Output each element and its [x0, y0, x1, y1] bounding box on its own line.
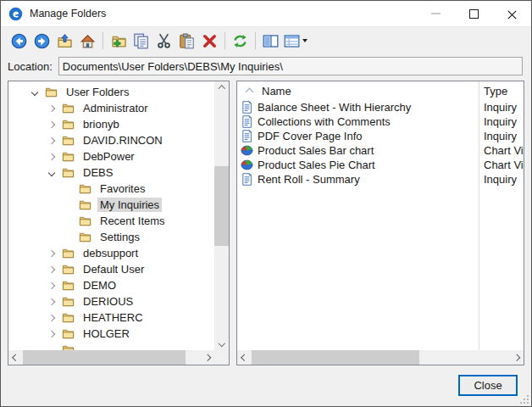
scroll-thumb[interactable]	[214, 166, 229, 246]
tree-item-debsupport[interactable]: debsupport	[8, 245, 214, 261]
tree-item-label: DERIOUS	[80, 294, 136, 309]
home-button[interactable]	[77, 31, 98, 52]
chevron-right-icon[interactable]	[49, 299, 62, 304]
chevron-right-icon	[204, 354, 211, 361]
chevron-up-icon	[219, 86, 225, 92]
tree-item-user-folders[interactable]: User Folders	[8, 84, 214, 100]
folder-icon	[79, 182, 93, 195]
chevron-right-icon[interactable]	[49, 332, 62, 337]
details-view-icon	[284, 33, 300, 49]
copy-button[interactable]	[130, 31, 152, 52]
folder-icon	[79, 231, 93, 243]
scroll-right-button[interactable]	[509, 350, 524, 365]
scroll-thumb[interactable]	[23, 350, 186, 365]
forward-button[interactable]	[31, 31, 53, 52]
tree-item-heatherc[interactable]: HEATHERC	[8, 309, 214, 326]
cut-button[interactable]	[153, 31, 175, 52]
tree-item[interactable]	[8, 342, 214, 350]
app-icon	[8, 7, 23, 21]
document-type: Chart Vis	[479, 159, 524, 171]
scroll-right-button[interactable]	[200, 350, 214, 365]
tree-item-debpower[interactable]: DebPower	[8, 148, 214, 164]
tree-item-label: Favorites	[97, 181, 147, 196]
list-row-collections-with-comments[interactable]: Collections with CommentsInquiry	[237, 114, 524, 129]
window-controls	[417, 1, 531, 26]
scroll-left-button[interactable]	[237, 350, 252, 365]
list-row-pdf-cover-page-info[interactable]: PDF Cover Page InfoInquiry	[237, 129, 524, 143]
resize-grip[interactable]	[520, 395, 529, 404]
new-folder-button[interactable]	[108, 31, 129, 52]
chevron-right-icon[interactable]	[49, 138, 62, 143]
chevron-right-icon[interactable]	[49, 267, 62, 272]
tree-vertical-scrollbar[interactable]	[214, 81, 229, 350]
tree-item-derious[interactable]: DERIOUS	[8, 293, 214, 309]
minimize-icon	[431, 13, 441, 14]
close-button[interactable]: Close	[458, 375, 518, 396]
list-row-balance-sheet-with-hierarchy[interactable]: Balance Sheet - With HierarchyInquiry	[237, 100, 524, 114]
close-button[interactable]	[493, 1, 531, 26]
tree-item-brionyb[interactable]: brionyb	[8, 116, 214, 132]
scroll-thumb[interactable]	[252, 350, 419, 365]
scroll-up-button[interactable]	[214, 81, 229, 96]
list-row-product-sales-bar-chart[interactable]: Product Sales Bar chartChart Vis	[237, 143, 524, 158]
tree-item-default-user[interactable]: Default User	[8, 261, 214, 277]
close-icon	[507, 9, 517, 19]
location-input[interactable]	[58, 57, 523, 75]
tree-item-settings[interactable]: Settings	[8, 229, 214, 245]
chevron-down-icon[interactable]	[32, 90, 45, 95]
location-bar: Location:	[8, 56, 523, 76]
window-title: Manage Folders	[30, 8, 106, 20]
dropdown-caret-icon	[302, 39, 308, 42]
maximize-button[interactable]	[455, 1, 493, 26]
tree-item-recent-items[interactable]: Recent Items	[8, 213, 214, 229]
chevron-left-icon	[13, 354, 19, 361]
chevron-right-icon[interactable]	[49, 283, 62, 288]
up-one-level-icon	[57, 33, 73, 49]
column-header-name[interactable]: Name	[237, 81, 479, 100]
chevron-right-icon[interactable]	[49, 154, 62, 159]
tree-item-demo[interactable]: DEMO	[8, 277, 214, 293]
document-type: Chart Vis	[479, 144, 524, 157]
scroll-down-button[interactable]	[214, 336, 229, 350]
pie-chart-icon	[241, 144, 254, 158]
scroll-left-button[interactable]	[8, 350, 23, 365]
paste-button[interactable]	[176, 31, 197, 52]
details-view-button[interactable]	[283, 31, 308, 52]
list-row-product-sales-pie-chart[interactable]: Product Sales Pie ChartChart Vis	[237, 158, 524, 172]
chevron-right-icon[interactable]	[49, 106, 62, 111]
folder-icon	[62, 311, 76, 324]
delete-button[interactable]	[199, 31, 220, 52]
scroll-track[interactable]	[252, 350, 509, 365]
chevron-right-icon[interactable]	[49, 315, 62, 321]
tree-item-label: debsupport	[80, 246, 141, 260]
tree-item-david-rincon[interactable]: DAVID.RINCON	[8, 132, 214, 148]
chevron-down-icon[interactable]	[49, 170, 62, 176]
new-folder-icon	[110, 33, 126, 49]
list-horizontal-scrollbar[interactable]	[237, 350, 524, 365]
delete-icon	[202, 33, 218, 49]
forward-icon	[34, 33, 50, 49]
column-header-type[interactable]: Type	[479, 85, 524, 98]
chevron-right-icon[interactable]	[49, 122, 62, 127]
folder-icon	[62, 150, 76, 163]
tree-horizontal-scrollbar[interactable]	[8, 350, 214, 365]
scroll-track[interactable]	[23, 350, 200, 365]
chevron-right-icon[interactable]	[49, 251, 62, 256]
folder-icon	[62, 327, 76, 340]
main-area: User FoldersAdministratorbrionybDAVID.RI…	[8, 81, 524, 365]
back-button[interactable]	[8, 31, 30, 52]
tree-item-label: Settings	[97, 230, 142, 244]
tree-item-holger[interactable]: HOLGER	[8, 326, 214, 342]
toolbar-separator	[224, 32, 225, 49]
split-view-button[interactable]	[260, 31, 281, 52]
refresh-button[interactable]	[230, 31, 251, 52]
list-header: Name Type	[237, 81, 524, 100]
tree-item-favorites[interactable]: Favorites	[8, 181, 214, 197]
tree-item-my-inquiries[interactable]: My Inquiries	[8, 197, 214, 213]
tree-item-debs[interactable]: DEBS	[8, 164, 214, 181]
up-one-level-button[interactable]	[54, 31, 75, 52]
tree-item-administrator[interactable]: Administrator	[8, 100, 214, 116]
chevron-down-icon	[219, 340, 225, 347]
scroll-track[interactable]	[214, 96, 229, 336]
list-row-rent-roll-summary[interactable]: Rent Roll - SummaryInquiry	[237, 172, 524, 187]
